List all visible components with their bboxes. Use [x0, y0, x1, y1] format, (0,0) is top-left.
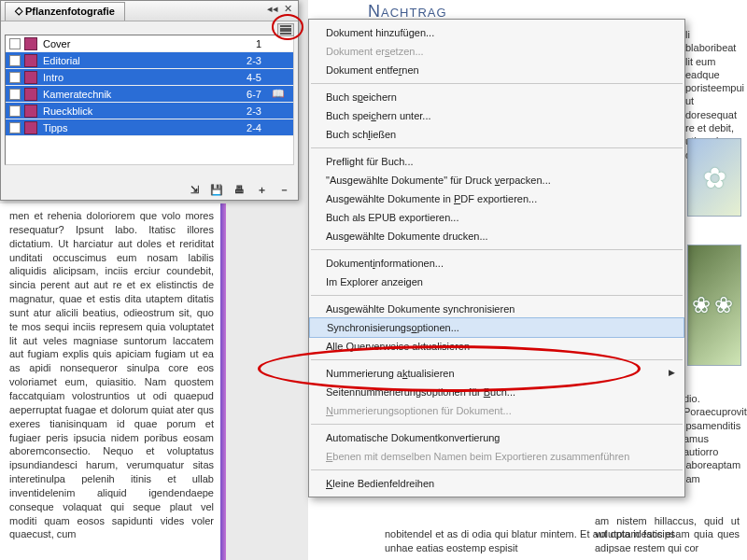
row-checkbox[interactable]	[9, 105, 21, 117]
row-checkbox[interactable]	[9, 122, 21, 133]
image-flower-1	[687, 138, 741, 217]
book-row[interactable]: Cover1	[6, 35, 293, 52]
remove-icon[interactable]: －	[277, 183, 290, 196]
row-pages: 2-4	[247, 122, 261, 133]
row-pages: 1	[256, 38, 261, 49]
book-row[interactable]: Tipps2-4	[6, 119, 293, 136]
menu-doc-info[interactable]: Dokumentinformationen...	[309, 254, 684, 273]
document-page-left: men et rehenia doloriorem que volo mores…	[0, 203, 224, 560]
menu-auto-convert[interactable]: Automatische Dokumentkonvertierung	[309, 428, 684, 447]
menu-small-panel-rows[interactable]: Kleine Bedienfeldreihen	[309, 474, 684, 493]
indesign-doc-icon	[24, 105, 37, 118]
indesign-doc-icon	[24, 71, 37, 84]
sync-icon[interactable]: ⇲	[188, 183, 201, 196]
row-name: Editorial	[43, 55, 247, 66]
menu-export-epub[interactable]: Buch als EPUB exportieren...	[309, 208, 684, 227]
menu-replace-document: Dokument ersetzen...	[309, 42, 684, 61]
menu-close-book[interactable]: Buch schließen	[309, 125, 684, 144]
menu-print-docs[interactable]: Ausgewählte Dokumente drucken...	[309, 227, 684, 245]
row-pages: 2-3	[247, 55, 261, 66]
panel-tab-book[interactable]: ◇Pflanzenfotografie	[5, 2, 125, 21]
menu-page-number-options[interactable]: Seitennummerierungsoptionen für Buch...	[309, 383, 684, 401]
body-text-rightcol: dio. Poraecuprovit ipsamenditis amus aut…	[684, 392, 740, 485]
menu-preflight[interactable]: Preflight für Buch...	[309, 152, 684, 171]
image-flower-2	[687, 245, 741, 366]
body-text: men et rehenia doloriorem que volo mores…	[0, 203, 223, 547]
book-row[interactable]: Intro4-5	[6, 69, 293, 86]
book-row[interactable]: Editorial2-3	[6, 52, 293, 69]
menu-save-book-as[interactable]: Buch speichern unter...	[309, 106, 684, 125]
panel-footer: ⇲ 💾 🖶 ＋ －	[188, 183, 290, 196]
menu-save-book[interactable]: Buch speichern	[309, 88, 684, 106]
menu-show-explorer[interactable]: Im Explorer anzeigen	[309, 273, 684, 291]
book-panel: ◇Pflanzenfotografie ◂◂ ✕ Cover1Editorial…	[0, 0, 299, 201]
menu-update-xref[interactable]: Alle Querverweise aktualisieren	[309, 337, 684, 356]
row-checkbox[interactable]	[9, 38, 21, 49]
row-name: Tipps	[43, 122, 247, 133]
row-name: Intro	[43, 72, 247, 83]
body-text-bottom-2: am nistem hillaccus, quid ut volutptam f…	[595, 514, 740, 554]
row-checkbox[interactable]	[9, 89, 21, 100]
panel-context-menu: Dokument hinzufügen... Dokument ersetzen…	[308, 19, 685, 497]
book-list: Cover1Editorial2-3Intro4-5Kameratechnik6…	[5, 35, 294, 165]
row-name: Kameratechnik	[43, 89, 247, 100]
menu-export-pdf[interactable]: Ausgewählte Dokumente in PDF exportieren…	[309, 189, 684, 208]
row-name: Rueckblick	[43, 105, 247, 117]
add-icon[interactable]: ＋	[255, 183, 268, 196]
panel-menu-icon[interactable]	[277, 23, 294, 36]
close-icon[interactable]: ✕	[284, 3, 292, 15]
menu-merge-layers: Ebenen mit demselben Namen beim Exportie…	[309, 447, 684, 466]
page-spine	[220, 203, 226, 560]
row-pages: 4-5	[247, 72, 261, 83]
menu-add-document[interactable]: Dokument hinzufügen...	[309, 23, 684, 42]
book-row[interactable]: Rueckblick2-3	[6, 103, 293, 119]
menu-remove-document[interactable]: Dokument entfernen	[309, 61, 684, 79]
save-icon[interactable]: 💾	[210, 183, 223, 196]
row-name: Cover	[43, 38, 256, 49]
double-chevron-icon[interactable]: ◂◂	[267, 3, 278, 15]
row-checkbox[interactable]	[9, 72, 21, 83]
row-extra-icon: 📖	[267, 88, 289, 100]
print-icon[interactable]: 🖶	[233, 183, 246, 196]
indesign-doc-icon	[24, 121, 37, 134]
row-pages: 2-3	[247, 105, 261, 117]
indesign-doc-icon	[24, 37, 37, 50]
menu-doc-number-options: Nummerierungsoptionen für Dokument...	[309, 401, 684, 420]
menu-update-numbering[interactable]: Nummerierung aktualisieren	[309, 364, 684, 383]
row-pages: 6-7	[247, 89, 261, 100]
indesign-doc-icon	[24, 54, 37, 67]
row-checkbox[interactable]	[9, 55, 21, 66]
menu-sync-docs[interactable]: Ausgewählte Dokumente synchronisieren	[309, 300, 684, 318]
indesign-doc-icon	[24, 88, 37, 101]
panel-tabbar: ◇Pflanzenfotografie ◂◂ ✕	[1, 1, 298, 21]
menu-package[interactable]: "Ausgewählte Dokumente" für Druck verpac…	[309, 171, 684, 189]
book-row[interactable]: Kameratechnik6-7📖	[6, 86, 293, 103]
menu-sync-options[interactable]: Synchronisierungsoptionen...	[309, 317, 684, 338]
